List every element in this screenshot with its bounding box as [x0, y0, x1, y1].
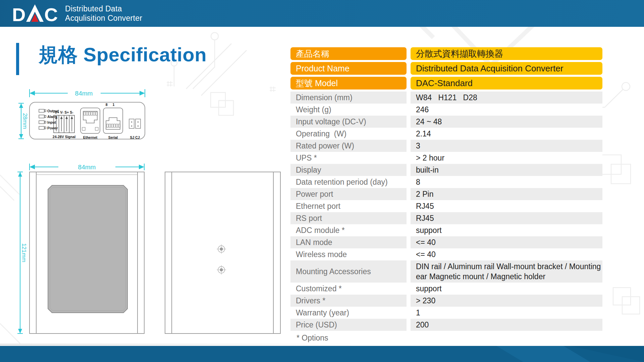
front-dim-height-label: 121mm [21, 243, 27, 262]
spec-row-label: UPS * [290, 152, 407, 164]
product-tagline: Distributed Data Acqulisition Converter [65, 4, 142, 23]
terminal-pin-labels: V+ V- S+ S- [55, 110, 73, 114]
aux-label: SJ CJ [130, 135, 140, 139]
spec-row-value: 3 [411, 140, 602, 152]
dim-width-label: 84mm [75, 90, 93, 97]
spec-header-row: 型號 ModelDAC-Standard [290, 77, 602, 89]
spec-row-value: 1 [411, 307, 602, 319]
spec-row-value: RJ45 [411, 200, 602, 212]
spec-row-label: RS port [290, 212, 407, 224]
terminal-caption: 24-28V Signal [53, 135, 75, 139]
spec-row-label: ADC module * [290, 224, 407, 236]
spec-row-value: <= 40 [411, 236, 602, 248]
spec-row-value: support [411, 224, 602, 236]
spec-header-value: Distributed Data Acquisition Converter [411, 62, 602, 75]
spec-row-value: 2.14 [411, 128, 602, 140]
spec-row-label: Display [290, 164, 407, 176]
screen-panel [48, 185, 127, 313]
footer-bar [0, 346, 644, 362]
header-bar: D C Distributed Data Acqulisition Conver… [0, 0, 644, 27]
spec-row: ADC module *support [290, 224, 602, 236]
spec-table: 產品名稱分散式資料擷取轉換器Product NameDistributed Da… [290, 47, 602, 331]
spec-row-label: Price (USD) [290, 319, 407, 331]
serial-label: Serial [108, 135, 118, 139]
logo-letter-d: D [12, 4, 25, 23]
page-title: 規格 Specification [39, 41, 207, 68]
spec-header-row: Product NameDistributed Data Acquisition… [290, 62, 602, 75]
front-dim-width-label: 84mm [78, 164, 96, 171]
spec-row-value: 8 [411, 176, 602, 188]
spec-row: Customized *support [290, 283, 602, 295]
spec-row: Weight (g)246 [290, 104, 602, 116]
logo-letter-a-icon [26, 4, 44, 22]
spec-row-label: Drivers * [290, 295, 407, 307]
spec-row-label: Weight (g) [290, 104, 407, 116]
spec-header-value: 分散式資料擷取轉換器 [411, 47, 602, 60]
spec-row-label: Operating (W) [290, 128, 407, 140]
ethernet-label: Ethernet [83, 135, 98, 139]
spec-row: Mounting AccessoriesDIN rail / Aluminum … [290, 260, 602, 283]
spec-row: Input voltage (DC-V)24 ~ 48 [290, 116, 602, 128]
spec-row: Warranty (year)1 [290, 307, 602, 319]
spec-header-label: 產品名稱 [290, 47, 407, 60]
options-footnote: * Options [297, 334, 328, 343]
spec-row: Wireless mode<= 40 [290, 248, 602, 260]
spec-row: Data retention period (day)8 [290, 176, 602, 188]
spec-row: Drivers *> 230 [290, 295, 602, 307]
mounting-hole-icon [217, 244, 226, 254]
spec-row-label: Customized * [290, 283, 407, 295]
spec-row-value: RJ45 [411, 212, 602, 224]
spec-row-label: Data retention period (day) [290, 176, 407, 188]
spec-row-label: Input voltage (DC-V) [290, 116, 407, 128]
spec-row: Rated power (W)3 [290, 140, 602, 152]
dim-height-label: 28mm [22, 113, 28, 129]
spec-row-label: Ethernet port [290, 200, 407, 212]
spec-row-value: > 2 hour [411, 152, 602, 164]
spec-row-label: Warranty (year) [290, 307, 407, 319]
tagline-line-1: Distributed Data [65, 4, 142, 13]
spec-row-value: 200 [411, 319, 602, 331]
spec-header-row: 產品名稱分散式資料擷取轉換器 [290, 47, 602, 60]
top-panel-drawing: 84mm 28mm Output Alarm Input Power [17, 86, 149, 143]
spec-row-value: W84 H121 D28 [411, 92, 602, 104]
spec-row-value: built-in [411, 164, 602, 176]
spec-header-value: DAC-Standard [411, 77, 602, 89]
spec-row: UPS *> 2 hour [290, 152, 602, 164]
spec-row-value: 2 Pin [411, 188, 602, 200]
spec-row-value: <= 40 [411, 248, 602, 260]
back-body-outline [165, 172, 280, 334]
spec-row-label: Mounting Accessories [290, 260, 407, 283]
footer-shadow [0, 344, 369, 346]
spec-header-label: 型號 Model [290, 77, 407, 89]
spec-row-label: Wireless mode [290, 248, 407, 260]
spec-row-label: Rated power (W) [290, 140, 407, 152]
led-label-input: Input [47, 120, 56, 124]
spec-row: Operating (W)2.14 [290, 128, 602, 140]
serial-pin-numbers: 8 1 [106, 103, 117, 107]
title-block: 規格 Specification [16, 41, 207, 75]
spec-row-value: > 230 [411, 295, 602, 307]
spec-row-label: Dimension (mm) [290, 92, 407, 104]
spec-row: Ethernet portRJ45 [290, 200, 602, 212]
logo-letter-c: C [44, 4, 58, 23]
spec-row: RS portRJ45 [290, 212, 602, 224]
spec-row: LAN mode<= 40 [290, 236, 602, 248]
spec-row-value: 24 ~ 48 [411, 116, 602, 128]
spec-row: Price (USD)200 [290, 319, 602, 331]
spec-row: Power port2 Pin [290, 188, 602, 200]
spec-row-value: support [411, 283, 602, 295]
title-accent-bar [16, 43, 19, 75]
spec-header-label: Product Name [290, 62, 407, 75]
slide: D C Distributed Data Acqulisition Conver… [0, 0, 644, 362]
spec-row: Dimension (mm)W84 H121 D28 [290, 92, 602, 104]
dac-logo: D C [12, 4, 59, 23]
front-view-drawing: 84mm 121mm [15, 162, 148, 338]
spec-row-value: DIN rail / Aluminum rail Wall-mount brac… [411, 260, 602, 283]
mounting-hole-icon [217, 265, 226, 275]
spec-row: Displaybuilt-in [290, 164, 602, 176]
spec-row-label: Power port [290, 188, 407, 200]
back-view-drawing [164, 168, 282, 339]
spec-row-value: 246 [411, 104, 602, 116]
tagline-line-2: Acqulisition Converter [65, 13, 142, 23]
footer-decoration [0, 346, 644, 362]
